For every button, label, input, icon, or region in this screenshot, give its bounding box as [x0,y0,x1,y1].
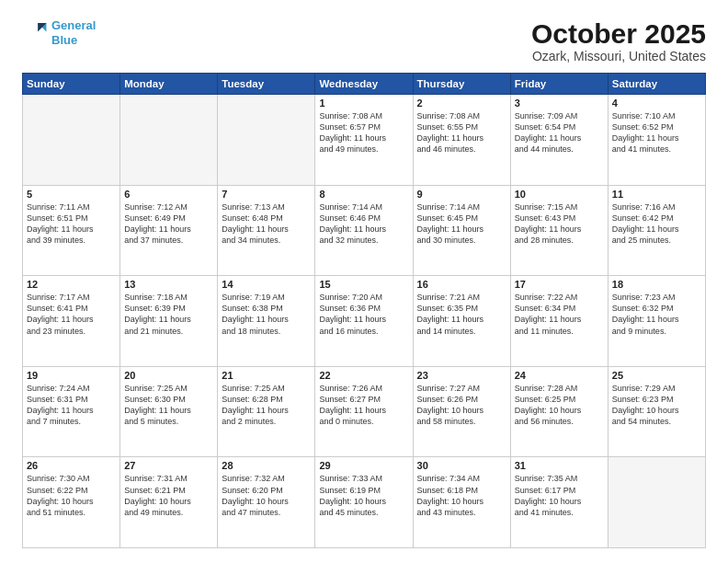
calendar-cell: 1Sunrise: 7:08 AM Sunset: 6:57 PM Daylig… [315,95,413,186]
page: General Blue October 2025 Ozark, Missour… [0,0,728,563]
calendar-cell: 9Sunrise: 7:14 AM Sunset: 6:45 PM Daylig… [413,185,510,276]
calendar-cell: 21Sunrise: 7:25 AM Sunset: 6:28 PM Dayli… [218,366,315,457]
calendar-cell: 19Sunrise: 7:24 AM Sunset: 6:31 PM Dayli… [23,366,120,457]
day-info: Sunrise: 7:24 AM Sunset: 6:31 PM Dayligh… [27,383,116,428]
day-info: Sunrise: 7:23 AM Sunset: 6:32 PM Dayligh… [612,292,701,337]
day-number: 11 [612,189,701,200]
day-info: Sunrise: 7:21 AM Sunset: 6:35 PM Dayligh… [417,292,506,337]
header-row: Sunday Monday Tuesday Wednesday Thursday… [23,74,706,95]
day-info: Sunrise: 7:28 AM Sunset: 6:25 PM Dayligh… [515,383,604,428]
day-number: 25 [612,370,701,381]
calendar-cell: 23Sunrise: 7:27 AM Sunset: 6:26 PM Dayli… [413,366,510,457]
day-number: 19 [27,370,116,381]
title-block: October 2025 Ozark, Missouri, United Sta… [531,18,706,63]
col-friday: Friday [510,74,608,95]
calendar-cell: 4Sunrise: 7:10 AM Sunset: 6:52 PM Daylig… [608,95,705,186]
day-info: Sunrise: 7:13 AM Sunset: 6:48 PM Dayligh… [222,201,311,247]
calendar-cell: 10Sunrise: 7:15 AM Sunset: 6:43 PM Dayli… [510,185,608,276]
day-info: Sunrise: 7:34 AM Sunset: 6:18 PM Dayligh… [417,473,506,518]
day-number: 2 [417,98,506,109]
day-info: Sunrise: 7:15 AM Sunset: 6:43 PM Dayligh… [515,201,604,247]
calendar-cell: 28Sunrise: 7:32 AM Sunset: 6:20 PM Dayli… [218,457,315,548]
day-number: 6 [124,189,213,200]
day-number: 31 [515,460,604,471]
week-row-1: 1Sunrise: 7:08 AM Sunset: 6:57 PM Daylig… [23,95,706,186]
logo-text: General Blue [51,18,96,47]
calendar-cell: 20Sunrise: 7:25 AM Sunset: 6:30 PM Dayli… [120,366,218,457]
header: General Blue October 2025 Ozark, Missour… [22,18,706,63]
day-info: Sunrise: 7:25 AM Sunset: 6:30 PM Dayligh… [124,383,213,428]
day-info: Sunrise: 7:20 AM Sunset: 6:36 PM Dayligh… [319,292,408,337]
week-row-5: 26Sunrise: 7:30 AM Sunset: 6:22 PM Dayli… [23,457,706,548]
calendar-cell: 8Sunrise: 7:14 AM Sunset: 6:46 PM Daylig… [315,185,413,276]
logo-line2: Blue [51,33,77,47]
day-info: Sunrise: 7:08 AM Sunset: 6:55 PM Dayligh… [417,110,506,155]
day-number: 15 [319,279,408,290]
day-info: Sunrise: 7:17 AM Sunset: 6:41 PM Dayligh… [27,292,116,337]
day-info: Sunrise: 7:27 AM Sunset: 6:26 PM Dayligh… [417,383,506,428]
logo-line1: General [51,18,96,32]
day-number: 24 [515,370,604,381]
calendar-cell: 2Sunrise: 7:08 AM Sunset: 6:55 PM Daylig… [413,95,510,186]
calendar-cell: 29Sunrise: 7:33 AM Sunset: 6:19 PM Dayli… [315,457,413,548]
calendar-cell: 6Sunrise: 7:12 AM Sunset: 6:49 PM Daylig… [120,185,218,276]
location-title: Ozark, Missouri, United States [531,49,706,63]
day-number: 12 [27,279,116,290]
logo-icon [22,20,48,46]
calendar-cell: 27Sunrise: 7:31 AM Sunset: 6:21 PM Dayli… [120,457,218,548]
calendar-cell [120,95,218,186]
day-number: 26 [27,460,116,471]
day-info: Sunrise: 7:14 AM Sunset: 6:45 PM Dayligh… [417,201,506,247]
day-info: Sunrise: 7:33 AM Sunset: 6:19 PM Dayligh… [319,473,408,518]
calendar-cell [218,95,315,186]
week-row-4: 19Sunrise: 7:24 AM Sunset: 6:31 PM Dayli… [23,366,706,457]
day-number: 8 [319,189,408,200]
col-sunday: Sunday [23,74,120,95]
day-info: Sunrise: 7:31 AM Sunset: 6:21 PM Dayligh… [124,473,213,518]
day-info: Sunrise: 7:11 AM Sunset: 6:51 PM Dayligh… [27,201,116,247]
week-row-2: 5Sunrise: 7:11 AM Sunset: 6:51 PM Daylig… [23,185,706,276]
day-info: Sunrise: 7:29 AM Sunset: 6:23 PM Dayligh… [612,383,701,428]
logo: General Blue [22,18,96,47]
calendar-cell: 17Sunrise: 7:22 AM Sunset: 6:34 PM Dayli… [510,276,608,367]
day-number: 1 [319,98,408,109]
day-number: 27 [124,460,213,471]
calendar-cell: 15Sunrise: 7:20 AM Sunset: 6:36 PM Dayli… [315,276,413,367]
day-info: Sunrise: 7:22 AM Sunset: 6:34 PM Dayligh… [515,292,604,337]
calendar-cell: 14Sunrise: 7:19 AM Sunset: 6:38 PM Dayli… [218,276,315,367]
day-number: 20 [124,370,213,381]
day-number: 23 [417,370,506,381]
calendar-cell: 18Sunrise: 7:23 AM Sunset: 6:32 PM Dayli… [608,276,705,367]
day-number: 30 [417,460,506,471]
day-number: 17 [515,279,604,290]
day-number: 16 [417,279,506,290]
calendar-cell: 13Sunrise: 7:18 AM Sunset: 6:39 PM Dayli… [120,276,218,367]
col-saturday: Saturday [608,74,705,95]
calendar-cell: 25Sunrise: 7:29 AM Sunset: 6:23 PM Dayli… [608,366,705,457]
day-info: Sunrise: 7:26 AM Sunset: 6:27 PM Dayligh… [319,383,408,428]
calendar-cell: 24Sunrise: 7:28 AM Sunset: 6:25 PM Dayli… [510,366,608,457]
calendar-cell: 16Sunrise: 7:21 AM Sunset: 6:35 PM Dayli… [413,276,510,367]
calendar-cell: 11Sunrise: 7:16 AM Sunset: 6:42 PM Dayli… [608,185,705,276]
col-wednesday: Wednesday [315,74,413,95]
day-info: Sunrise: 7:18 AM Sunset: 6:39 PM Dayligh… [124,292,213,337]
calendar-cell: 3Sunrise: 7:09 AM Sunset: 6:54 PM Daylig… [510,95,608,186]
day-number: 18 [612,279,701,290]
calendar-cell: 7Sunrise: 7:13 AM Sunset: 6:48 PM Daylig… [218,185,315,276]
col-thursday: Thursday [413,74,510,95]
day-number: 21 [222,370,311,381]
day-number: 3 [515,98,604,109]
day-number: 13 [124,279,213,290]
day-number: 28 [222,460,311,471]
day-info: Sunrise: 7:14 AM Sunset: 6:46 PM Dayligh… [319,201,408,247]
day-number: 29 [319,460,408,471]
calendar-cell: 30Sunrise: 7:34 AM Sunset: 6:18 PM Dayli… [413,457,510,548]
day-number: 22 [319,370,408,381]
day-number: 7 [222,189,311,200]
day-info: Sunrise: 7:09 AM Sunset: 6:54 PM Dayligh… [515,110,604,155]
day-info: Sunrise: 7:30 AM Sunset: 6:22 PM Dayligh… [27,473,116,518]
col-monday: Monday [120,74,218,95]
day-info: Sunrise: 7:10 AM Sunset: 6:52 PM Dayligh… [612,110,701,155]
calendar-cell [608,457,705,548]
day-info: Sunrise: 7:12 AM Sunset: 6:49 PM Dayligh… [124,201,213,247]
